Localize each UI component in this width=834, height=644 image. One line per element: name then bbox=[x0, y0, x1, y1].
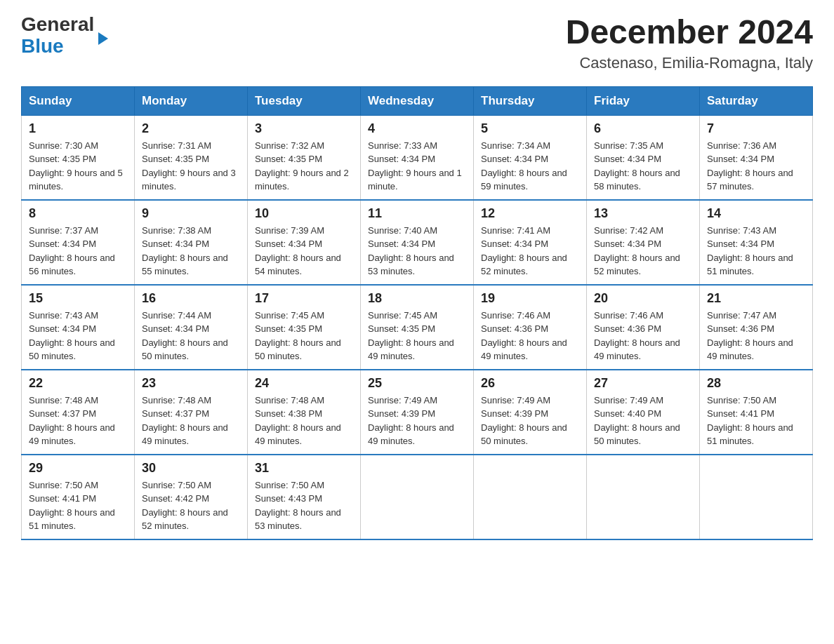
day-number: 10 bbox=[255, 206, 353, 221]
day-number: 27 bbox=[594, 376, 692, 391]
day-number: 24 bbox=[255, 376, 353, 391]
day-number: 13 bbox=[594, 206, 692, 221]
day-number: 9 bbox=[142, 206, 240, 221]
calendar-cell: 11 Sunrise: 7:40 AMSunset: 4:34 PMDaylig… bbox=[361, 200, 474, 285]
day-number: 8 bbox=[29, 206, 127, 221]
calendar-table: SundayMondayTuesdayWednesdayThursdayFrid… bbox=[21, 86, 813, 540]
calendar-cell bbox=[700, 455, 813, 539]
calendar-cell: 23 Sunrise: 7:48 AMSunset: 4:37 PMDaylig… bbox=[135, 370, 248, 455]
day-info: Sunrise: 7:45 AMSunset: 4:35 PMDaylight:… bbox=[255, 310, 341, 362]
calendar-cell: 31 Sunrise: 7:50 AMSunset: 4:43 PMDaylig… bbox=[248, 455, 361, 539]
calendar-cell: 18 Sunrise: 7:45 AMSunset: 4:35 PMDaylig… bbox=[361, 285, 474, 370]
day-number: 18 bbox=[368, 291, 466, 306]
day-info: Sunrise: 7:50 AMSunset: 4:41 PMDaylight:… bbox=[707, 395, 793, 447]
day-number: 15 bbox=[29, 291, 127, 306]
day-number: 11 bbox=[368, 206, 466, 221]
day-of-week-monday: Monday bbox=[135, 86, 248, 115]
title-block: December 2024 Castenaso, Emilia-Romagna,… bbox=[566, 14, 813, 72]
day-info: Sunrise: 7:42 AMSunset: 4:34 PMDaylight:… bbox=[594, 225, 680, 277]
day-info: Sunrise: 7:33 AMSunset: 4:34 PMDaylight:… bbox=[368, 140, 462, 192]
day-info: Sunrise: 7:41 AMSunset: 4:34 PMDaylight:… bbox=[481, 225, 567, 277]
day-of-week-wednesday: Wednesday bbox=[361, 86, 474, 115]
day-info: Sunrise: 7:44 AMSunset: 4:34 PMDaylight:… bbox=[142, 310, 228, 362]
day-info: Sunrise: 7:34 AMSunset: 4:34 PMDaylight:… bbox=[481, 140, 567, 192]
day-info: Sunrise: 7:39 AMSunset: 4:34 PMDaylight:… bbox=[255, 225, 341, 277]
week-row-5: 29 Sunrise: 7:50 AMSunset: 4:41 PMDaylig… bbox=[22, 455, 813, 539]
calendar-cell: 10 Sunrise: 7:39 AMSunset: 4:34 PMDaylig… bbox=[248, 200, 361, 285]
day-info: Sunrise: 7:46 AMSunset: 4:36 PMDaylight:… bbox=[594, 310, 680, 362]
calendar-cell: 15 Sunrise: 7:43 AMSunset: 4:34 PMDaylig… bbox=[22, 285, 135, 370]
day-of-week-friday: Friday bbox=[587, 86, 700, 115]
day-info: Sunrise: 7:36 AMSunset: 4:34 PMDaylight:… bbox=[707, 140, 793, 192]
calendar-cell: 19 Sunrise: 7:46 AMSunset: 4:36 PMDaylig… bbox=[474, 285, 587, 370]
day-number: 16 bbox=[142, 291, 240, 306]
calendar-cell: 3 Sunrise: 7:32 AMSunset: 4:35 PMDayligh… bbox=[248, 115, 361, 200]
calendar-cell: 9 Sunrise: 7:38 AMSunset: 4:34 PMDayligh… bbox=[135, 200, 248, 285]
day-number: 2 bbox=[142, 121, 240, 136]
day-number: 3 bbox=[255, 121, 353, 136]
day-info: Sunrise: 7:48 AMSunset: 4:38 PMDaylight:… bbox=[255, 395, 341, 447]
calendar-cell: 5 Sunrise: 7:34 AMSunset: 4:34 PMDayligh… bbox=[474, 115, 587, 200]
day-info: Sunrise: 7:49 AMSunset: 4:40 PMDaylight:… bbox=[594, 395, 680, 447]
page-header: General Blue December 2024 Castenaso, Em… bbox=[21, 14, 813, 72]
day-info: Sunrise: 7:49 AMSunset: 4:39 PMDaylight:… bbox=[368, 395, 454, 447]
calendar-location: Castenaso, Emilia-Romagna, Italy bbox=[566, 54, 813, 72]
day-info: Sunrise: 7:43 AMSunset: 4:34 PMDaylight:… bbox=[29, 310, 115, 362]
day-number: 22 bbox=[29, 376, 127, 391]
day-info: Sunrise: 7:47 AMSunset: 4:36 PMDaylight:… bbox=[707, 310, 793, 362]
days-of-week-row: SundayMondayTuesdayWednesdayThursdayFrid… bbox=[22, 86, 813, 115]
day-info: Sunrise: 7:32 AMSunset: 4:35 PMDaylight:… bbox=[255, 140, 349, 192]
day-info: Sunrise: 7:30 AMSunset: 4:35 PMDaylight:… bbox=[29, 140, 123, 192]
day-number: 4 bbox=[368, 121, 466, 136]
day-info: Sunrise: 7:45 AMSunset: 4:35 PMDaylight:… bbox=[368, 310, 454, 362]
day-info: Sunrise: 7:48 AMSunset: 4:37 PMDaylight:… bbox=[29, 395, 115, 447]
day-number: 29 bbox=[29, 461, 127, 476]
day-of-week-saturday: Saturday bbox=[700, 86, 813, 115]
calendar-cell: 22 Sunrise: 7:48 AMSunset: 4:37 PMDaylig… bbox=[22, 370, 135, 455]
calendar-cell: 28 Sunrise: 7:50 AMSunset: 4:41 PMDaylig… bbox=[700, 370, 813, 455]
week-row-2: 8 Sunrise: 7:37 AMSunset: 4:34 PMDayligh… bbox=[22, 200, 813, 285]
day-number: 21 bbox=[707, 291, 805, 306]
calendar-cell: 6 Sunrise: 7:35 AMSunset: 4:34 PMDayligh… bbox=[587, 115, 700, 200]
day-number: 30 bbox=[142, 461, 240, 476]
day-info: Sunrise: 7:43 AMSunset: 4:34 PMDaylight:… bbox=[707, 225, 793, 277]
day-number: 5 bbox=[481, 121, 579, 136]
calendar-header: SundayMondayTuesdayWednesdayThursdayFrid… bbox=[22, 86, 813, 115]
day-info: Sunrise: 7:37 AMSunset: 4:34 PMDaylight:… bbox=[29, 225, 115, 277]
logo-triangle-icon bbox=[98, 32, 108, 45]
calendar-cell: 29 Sunrise: 7:50 AMSunset: 4:41 PMDaylig… bbox=[22, 455, 135, 539]
logo-general-text: General bbox=[21, 14, 94, 36]
calendar-cell: 8 Sunrise: 7:37 AMSunset: 4:34 PMDayligh… bbox=[22, 200, 135, 285]
calendar-cell bbox=[474, 455, 587, 539]
calendar-cell: 27 Sunrise: 7:49 AMSunset: 4:40 PMDaylig… bbox=[587, 370, 700, 455]
calendar-cell: 16 Sunrise: 7:44 AMSunset: 4:34 PMDaylig… bbox=[135, 285, 248, 370]
calendar-cell: 7 Sunrise: 7:36 AMSunset: 4:34 PMDayligh… bbox=[700, 115, 813, 200]
day-info: Sunrise: 7:50 AMSunset: 4:41 PMDaylight:… bbox=[29, 480, 115, 532]
day-of-week-tuesday: Tuesday bbox=[248, 86, 361, 115]
logo-blue-text: Blue bbox=[21, 36, 94, 58]
calendar-cell: 24 Sunrise: 7:48 AMSunset: 4:38 PMDaylig… bbox=[248, 370, 361, 455]
calendar-cell: 21 Sunrise: 7:47 AMSunset: 4:36 PMDaylig… bbox=[700, 285, 813, 370]
logo: General Blue bbox=[21, 14, 108, 58]
week-row-3: 15 Sunrise: 7:43 AMSunset: 4:34 PMDaylig… bbox=[22, 285, 813, 370]
day-number: 14 bbox=[707, 206, 805, 221]
day-number: 12 bbox=[481, 206, 579, 221]
day-info: Sunrise: 7:38 AMSunset: 4:34 PMDaylight:… bbox=[142, 225, 228, 277]
calendar-title: December 2024 bbox=[566, 14, 813, 51]
day-info: Sunrise: 7:46 AMSunset: 4:36 PMDaylight:… bbox=[481, 310, 567, 362]
day-info: Sunrise: 7:50 AMSunset: 4:42 PMDaylight:… bbox=[142, 480, 228, 532]
day-number: 31 bbox=[255, 461, 353, 476]
day-number: 19 bbox=[481, 291, 579, 306]
day-number: 26 bbox=[481, 376, 579, 391]
calendar-cell bbox=[587, 455, 700, 539]
calendar-body: 1 Sunrise: 7:30 AMSunset: 4:35 PMDayligh… bbox=[22, 115, 813, 539]
calendar-cell: 25 Sunrise: 7:49 AMSunset: 4:39 PMDaylig… bbox=[361, 370, 474, 455]
day-info: Sunrise: 7:35 AMSunset: 4:34 PMDaylight:… bbox=[594, 140, 680, 192]
calendar-cell: 1 Sunrise: 7:30 AMSunset: 4:35 PMDayligh… bbox=[22, 115, 135, 200]
day-info: Sunrise: 7:50 AMSunset: 4:43 PMDaylight:… bbox=[255, 480, 341, 532]
day-info: Sunrise: 7:40 AMSunset: 4:34 PMDaylight:… bbox=[368, 225, 454, 277]
day-number: 23 bbox=[142, 376, 240, 391]
calendar-cell: 12 Sunrise: 7:41 AMSunset: 4:34 PMDaylig… bbox=[474, 200, 587, 285]
calendar-cell: 13 Sunrise: 7:42 AMSunset: 4:34 PMDaylig… bbox=[587, 200, 700, 285]
calendar-cell bbox=[361, 455, 474, 539]
